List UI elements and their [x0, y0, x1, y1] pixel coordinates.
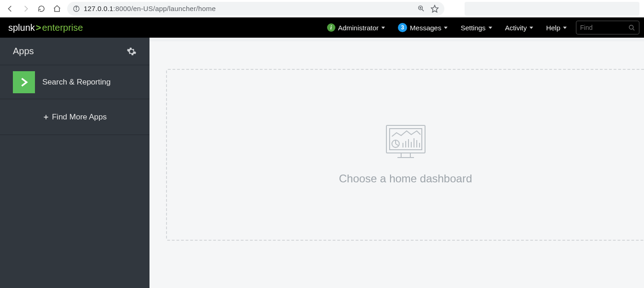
- sidebar-item-label: Search & Reporting: [42, 78, 110, 87]
- dashboard-icon: [385, 124, 426, 159]
- choose-dashboard-card[interactable]: Choose a home dashboard: [166, 69, 644, 241]
- info-icon: [73, 5, 80, 12]
- svg-rect-12: [386, 125, 425, 153]
- nav-label: Messages: [410, 24, 441, 32]
- browser-toolbar: 127.0.0.1:8000/en-US/app/launcher/home: [0, 0, 644, 17]
- logo[interactable]: splunk>enterprise: [0, 23, 91, 33]
- content-area: Choose a home dashboard: [150, 38, 644, 288]
- reload-button[interactable]: [36, 3, 47, 14]
- search-icon: [628, 24, 635, 31]
- info-badge-icon: i: [327, 23, 335, 32]
- logo-chevron-icon: >: [35, 23, 42, 33]
- caret-down-icon: [529, 27, 533, 29]
- browser-right-panel: [465, 2, 639, 16]
- sidebar-header: Apps: [0, 38, 150, 65]
- logo-text-b: enterprise: [42, 23, 83, 33]
- sidebar-find-more-apps[interactable]: Find More Apps: [0, 99, 150, 135]
- nav-activity[interactable]: Activity: [499, 17, 540, 38]
- nav-messages[interactable]: 3 Messages: [391, 17, 454, 38]
- url-bar[interactable]: 127.0.0.1:8000/en-US/app/launcher/home: [67, 2, 444, 16]
- svg-point-8: [629, 25, 633, 29]
- app-icon: [13, 71, 35, 93]
- caret-down-icon: [381, 27, 385, 29]
- nav-label: Administrator: [338, 24, 379, 32]
- nav-administrator[interactable]: i Administrator: [321, 17, 391, 38]
- sidebar: Apps Search & Reporting Find More Apps: [0, 38, 150, 288]
- svg-line-4: [422, 9, 424, 11]
- svg-marker-7: [431, 5, 438, 12]
- home-button[interactable]: [52, 3, 63, 14]
- caret-down-icon: [563, 27, 567, 29]
- svg-line-9: [632, 28, 634, 30]
- url-text: 127.0.0.1:8000/en-US/app/launcher/home: [84, 5, 216, 12]
- find-box[interactable]: [576, 21, 639, 34]
- nav-label: Help: [546, 24, 560, 32]
- messages-count-badge: 3: [398, 23, 407, 32]
- nav-label: Activity: [505, 24, 527, 32]
- svg-line-19: [396, 144, 398, 146]
- nav-settings[interactable]: Settings: [454, 17, 498, 38]
- back-button[interactable]: [5, 3, 16, 14]
- gear-icon[interactable]: [126, 46, 137, 56]
- plus-icon: [43, 114, 49, 120]
- empty-dashboard-text: Choose a home dashboard: [339, 172, 472, 185]
- nav-help[interactable]: Help: [540, 17, 573, 38]
- main-area: Apps Search & Reporting Find More Apps: [0, 38, 644, 288]
- sidebar-title: Apps: [13, 46, 34, 56]
- sidebar-item-search-reporting[interactable]: Search & Reporting: [0, 65, 150, 99]
- zoom-icon[interactable]: [417, 5, 425, 12]
- nav-label: Settings: [460, 24, 485, 32]
- forward-button[interactable]: [20, 3, 31, 14]
- sidebar-more-label: Find More Apps: [52, 113, 107, 122]
- caret-down-icon: [489, 27, 492, 29]
- logo-text-a: splunk: [8, 23, 35, 33]
- app-topbar: splunk>enterprise i Administrator 3 Mess…: [0, 17, 644, 38]
- star-icon[interactable]: [431, 5, 439, 13]
- caret-down-icon: [444, 27, 448, 29]
- find-input[interactable]: [580, 24, 621, 31]
- svg-point-2: [76, 7, 76, 7]
